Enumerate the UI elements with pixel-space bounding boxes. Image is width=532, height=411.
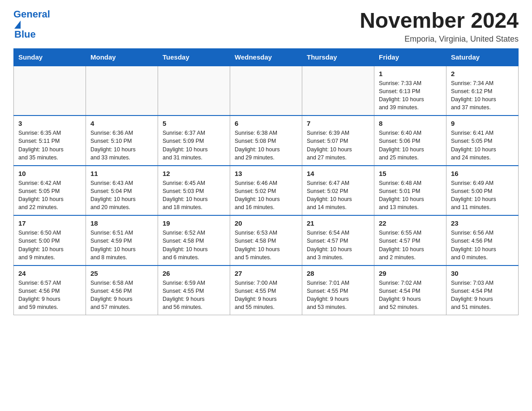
calendar-cell: 12Sunrise: 6:45 AM Sunset: 5:03 PM Dayli…: [158, 166, 230, 216]
day-number: 10: [18, 170, 81, 177]
day-number: 25: [90, 270, 153, 277]
day-info: Sunrise: 6:41 AM Sunset: 5:05 PM Dayligh…: [451, 129, 514, 162]
logo-general: General: [13, 9, 50, 20]
calendar-cell: 9Sunrise: 6:41 AM Sunset: 5:05 PM Daylig…: [446, 116, 519, 166]
day-info: Sunrise: 7:02 AM Sunset: 4:54 PM Dayligh…: [379, 279, 442, 312]
calendar-cell: 13Sunrise: 6:46 AM Sunset: 5:02 PM Dayli…: [230, 166, 302, 216]
title-section: November 2024 Emporia, Virginia, United …: [360, 9, 519, 44]
day-number: 2: [451, 70, 514, 77]
weekday-header-friday: Friday: [374, 48, 446, 66]
day-number: 5: [163, 120, 225, 127]
day-info: Sunrise: 6:45 AM Sunset: 5:03 PM Dayligh…: [163, 179, 225, 212]
calendar-cell: [302, 66, 374, 116]
day-number: 15: [379, 170, 442, 177]
day-number: 24: [18, 270, 81, 277]
calendar-cell: 27Sunrise: 7:00 AM Sunset: 4:55 PM Dayli…: [230, 265, 302, 315]
week-row-3: 10Sunrise: 6:42 AM Sunset: 5:05 PM Dayli…: [14, 166, 519, 216]
calendar-cell: 28Sunrise: 7:01 AM Sunset: 4:55 PM Dayli…: [302, 265, 374, 315]
weekday-header-monday: Monday: [86, 48, 158, 66]
calendar-cell: 8Sunrise: 6:40 AM Sunset: 5:06 PM Daylig…: [374, 116, 446, 166]
week-row-5: 24Sunrise: 6:57 AM Sunset: 4:56 PM Dayli…: [14, 265, 519, 315]
day-info: Sunrise: 6:51 AM Sunset: 4:59 PM Dayligh…: [90, 229, 153, 261]
calendar-table: SundayMondayTuesdayWednesdayThursdayFrid…: [13, 48, 519, 316]
weekday-header-wednesday: Wednesday: [230, 48, 302, 66]
calendar-cell: 21Sunrise: 6:54 AM Sunset: 4:57 PM Dayli…: [302, 215, 374, 265]
day-number: 23: [451, 219, 514, 227]
day-info: Sunrise: 6:54 AM Sunset: 4:57 PM Dayligh…: [307, 229, 369, 261]
calendar-cell: 23Sunrise: 6:56 AM Sunset: 4:56 PM Dayli…: [446, 215, 519, 265]
day-number: 7: [307, 120, 369, 127]
weekday-header-tuesday: Tuesday: [158, 48, 230, 66]
calendar-cell: 14Sunrise: 6:47 AM Sunset: 5:02 PM Dayli…: [302, 166, 374, 216]
logo-triangle-icon: [14, 21, 21, 29]
weekday-header-thursday: Thursday: [302, 48, 374, 66]
calendar-cell: 7Sunrise: 6:39 AM Sunset: 5:07 PM Daylig…: [302, 116, 374, 166]
day-number: 28: [307, 270, 369, 277]
day-info: Sunrise: 7:34 AM Sunset: 6:12 PM Dayligh…: [451, 79, 514, 112]
day-number: 18: [90, 219, 153, 227]
calendar-cell: 5Sunrise: 6:37 AM Sunset: 5:09 PM Daylig…: [158, 116, 230, 166]
calendar-cell: 16Sunrise: 6:49 AM Sunset: 5:00 PM Dayli…: [446, 166, 519, 216]
day-number: 19: [163, 219, 225, 227]
day-info: Sunrise: 6:46 AM Sunset: 5:02 PM Dayligh…: [235, 179, 297, 212]
page-header: General Blue November 2024 Emporia, Virg…: [13, 9, 519, 44]
day-number: 16: [451, 170, 514, 177]
month-title: November 2024: [360, 9, 519, 33]
calendar-cell: 24Sunrise: 6:57 AM Sunset: 4:56 PM Dayli…: [14, 265, 86, 315]
calendar-cell: 4Sunrise: 6:36 AM Sunset: 5:10 PM Daylig…: [86, 116, 158, 166]
calendar-cell: [86, 66, 158, 116]
week-row-4: 17Sunrise: 6:50 AM Sunset: 5:00 PM Dayli…: [14, 215, 519, 265]
calendar-cell: [158, 66, 230, 116]
week-row-2: 3Sunrise: 6:35 AM Sunset: 5:11 PM Daylig…: [14, 116, 519, 166]
weekday-header-row: SundayMondayTuesdayWednesdayThursdayFrid…: [14, 48, 519, 66]
day-number: 1: [379, 70, 442, 77]
calendar-cell: [230, 66, 302, 116]
day-info: Sunrise: 6:43 AM Sunset: 5:04 PM Dayligh…: [90, 179, 153, 212]
logo-blue: Blue: [14, 29, 50, 40]
calendar-cell: 15Sunrise: 6:48 AM Sunset: 5:01 PM Dayli…: [374, 166, 446, 216]
day-number: 6: [235, 120, 297, 127]
day-info: Sunrise: 7:03 AM Sunset: 4:54 PM Dayligh…: [451, 279, 514, 312]
day-number: 3: [18, 120, 81, 127]
day-info: Sunrise: 6:39 AM Sunset: 5:07 PM Dayligh…: [307, 129, 369, 162]
calendar-cell: 30Sunrise: 7:03 AM Sunset: 4:54 PM Dayli…: [446, 265, 519, 315]
day-info: Sunrise: 7:00 AM Sunset: 4:55 PM Dayligh…: [235, 279, 297, 312]
calendar-cell: 20Sunrise: 6:53 AM Sunset: 4:58 PM Dayli…: [230, 215, 302, 265]
calendar-cell: 17Sunrise: 6:50 AM Sunset: 5:00 PM Dayli…: [14, 215, 86, 265]
weekday-header-sunday: Sunday: [14, 48, 86, 66]
calendar-cell: 29Sunrise: 7:02 AM Sunset: 4:54 PM Dayli…: [374, 265, 446, 315]
day-info: Sunrise: 6:57 AM Sunset: 4:56 PM Dayligh…: [18, 279, 81, 312]
logo: General Blue: [13, 9, 50, 40]
day-info: Sunrise: 7:33 AM Sunset: 6:13 PM Dayligh…: [379, 79, 442, 112]
day-number: 20: [235, 219, 297, 227]
calendar-cell: 3Sunrise: 6:35 AM Sunset: 5:11 PM Daylig…: [14, 116, 86, 166]
day-number: 26: [163, 270, 225, 277]
day-number: 29: [379, 270, 442, 277]
calendar-cell: 22Sunrise: 6:55 AM Sunset: 4:57 PM Dayli…: [374, 215, 446, 265]
logo-text: General: [13, 9, 50, 29]
day-info: Sunrise: 6:36 AM Sunset: 5:10 PM Dayligh…: [90, 129, 153, 162]
day-number: 13: [235, 170, 297, 177]
calendar-cell: 2Sunrise: 7:34 AM Sunset: 6:12 PM Daylig…: [446, 66, 519, 116]
day-number: 27: [235, 270, 297, 277]
day-info: Sunrise: 6:55 AM Sunset: 4:57 PM Dayligh…: [379, 229, 442, 261]
calendar-cell: 19Sunrise: 6:52 AM Sunset: 4:58 PM Dayli…: [158, 215, 230, 265]
day-info: Sunrise: 6:42 AM Sunset: 5:05 PM Dayligh…: [18, 179, 81, 212]
day-info: Sunrise: 6:59 AM Sunset: 4:55 PM Dayligh…: [163, 279, 225, 312]
calendar-cell: [14, 66, 86, 116]
calendar-cell: 18Sunrise: 6:51 AM Sunset: 4:59 PM Dayli…: [86, 215, 158, 265]
day-number: 8: [379, 120, 442, 127]
day-info: Sunrise: 6:40 AM Sunset: 5:06 PM Dayligh…: [379, 129, 442, 162]
day-info: Sunrise: 6:35 AM Sunset: 5:11 PM Dayligh…: [18, 129, 81, 162]
day-number: 4: [90, 120, 153, 127]
day-info: Sunrise: 6:56 AM Sunset: 4:56 PM Dayligh…: [451, 229, 514, 261]
calendar-cell: 25Sunrise: 6:58 AM Sunset: 4:56 PM Dayli…: [86, 265, 158, 315]
calendar-cell: 11Sunrise: 6:43 AM Sunset: 5:04 PM Dayli…: [86, 166, 158, 216]
day-number: 9: [451, 120, 514, 127]
weekday-header-saturday: Saturday: [446, 48, 519, 66]
day-info: Sunrise: 6:48 AM Sunset: 5:01 PM Dayligh…: [379, 179, 442, 212]
calendar-cell: 10Sunrise: 6:42 AM Sunset: 5:05 PM Dayli…: [14, 166, 86, 216]
day-info: Sunrise: 6:50 AM Sunset: 5:00 PM Dayligh…: [18, 229, 81, 261]
day-number: 21: [307, 219, 369, 227]
day-number: 12: [163, 170, 225, 177]
